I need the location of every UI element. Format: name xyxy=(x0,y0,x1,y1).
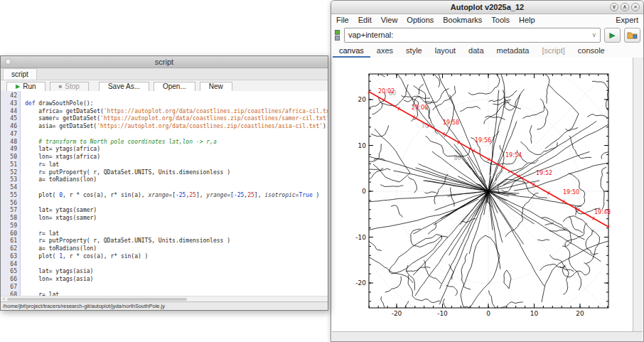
coastline-path xyxy=(488,122,596,192)
folder-icon xyxy=(627,31,638,39)
code-editor[interactable]: 4243444546474849505152535455565758596061… xyxy=(1,91,328,296)
coastline-path xyxy=(484,102,510,124)
coastline-path xyxy=(504,270,511,289)
chevron-down-icon[interactable]: ∨ xyxy=(591,31,596,38)
script-statusbar: /home/jbf/project/tracers/research-git/a… xyxy=(1,301,328,310)
line-number: 44 xyxy=(1,108,17,116)
coastline-path xyxy=(424,192,437,194)
menu-edit[interactable]: Edit xyxy=(358,16,372,24)
tab-canvas[interactable]: canvas xyxy=(333,44,370,58)
menu-view[interactable]: View xyxy=(381,16,398,24)
coastline-path xyxy=(371,63,385,78)
y-tick-label: 20 xyxy=(358,96,367,103)
x-tick-label: 20 xyxy=(576,310,584,317)
desktop: Autoplot v2025a_12 ∨ ∧ × FileEditViewOpt… xyxy=(0,0,644,342)
tab-data[interactable]: data xyxy=(462,44,490,58)
code-line: plot( 0, r * cos(a), r* sin(a), xrange=[… xyxy=(25,192,328,200)
line-number: 63 xyxy=(1,253,17,261)
coastline-path xyxy=(342,199,478,234)
code-line: plot( 1, r * cos(a), r* sin(a) ) xyxy=(25,253,328,261)
coastline-path xyxy=(446,285,458,296)
code-line xyxy=(25,223,328,230)
code-line: a= toRadians(lon) xyxy=(25,245,328,253)
orbit-time-label: 20:02 xyxy=(378,88,395,95)
code-line: r= lat xyxy=(25,230,328,238)
coastline-path xyxy=(468,74,500,95)
coastline-path xyxy=(396,72,483,183)
new-button[interactable]: New xyxy=(200,82,232,92)
coastline-path xyxy=(391,205,402,218)
menu-bookmarks[interactable]: Bookmarks xyxy=(443,16,482,24)
tab-layout[interactable]: layout xyxy=(429,44,462,58)
tab-axes[interactable]: axes xyxy=(370,44,399,58)
menu-help[interactable]: Help xyxy=(519,16,535,24)
coastline-path xyxy=(434,174,448,205)
code-line: samer= getDataSet('https://autoplot.org/… xyxy=(25,115,328,123)
line-number: 67 xyxy=(1,284,17,292)
scrollbar-thumb[interactable] xyxy=(7,298,187,301)
stop-button[interactable]: ■ Stop xyxy=(50,82,89,92)
file-path: /home/jbf/project/tracers/research-git/a… xyxy=(3,303,165,309)
expert-mode-label[interactable]: Expert xyxy=(616,16,638,24)
line-number: 49 xyxy=(1,146,17,154)
coastline-path xyxy=(426,137,471,157)
line-number: 50 xyxy=(1,154,17,161)
coastline-path xyxy=(549,255,569,294)
coastline-path xyxy=(366,252,414,283)
coastline-path xyxy=(503,90,525,111)
coastline-path xyxy=(505,193,539,237)
coastline-path xyxy=(416,168,489,191)
y-tick-label: 0 xyxy=(362,188,366,195)
code-line: a= toRadians(lon) xyxy=(25,176,328,184)
menu-tools[interactable]: Tools xyxy=(491,16,510,24)
menu-options[interactable]: Options xyxy=(407,16,434,24)
plot-canvas[interactable]: 807060-20-100102020100-10-2020:0220:0019… xyxy=(332,58,633,332)
coastline-path xyxy=(542,217,571,246)
code-line: lon= xtags(samer) xyxy=(25,215,328,223)
tab-metadata[interactable]: metadata xyxy=(490,44,536,58)
coastline-path xyxy=(601,167,606,210)
open-button[interactable]: Open... xyxy=(154,82,195,92)
open-local-file-button[interactable] xyxy=(624,28,640,43)
coastline-path xyxy=(522,107,544,119)
code-line: lat= ytags(africa) xyxy=(25,146,328,154)
line-number: 66 xyxy=(1,276,17,284)
script-titlebar[interactable]: script xyxy=(1,56,328,68)
coastline-path xyxy=(489,90,517,101)
maximize-button[interactable]: ∧ xyxy=(621,3,629,11)
window-menu-button[interactable] xyxy=(5,58,11,65)
uri-input[interactable]: vap+internal: ∨ xyxy=(344,28,601,43)
code-line xyxy=(25,92,328,100)
code-line xyxy=(25,284,328,292)
tab-script[interactable]: script xyxy=(3,68,37,80)
line-number: 55 xyxy=(1,192,17,200)
coastline-path xyxy=(496,145,505,181)
tab-console[interactable]: console xyxy=(571,44,611,58)
y-tick-label: -20 xyxy=(355,279,366,287)
tab-style[interactable]: style xyxy=(399,44,429,58)
orbit-time-label: 19:52 xyxy=(536,170,552,176)
line-number: 53 xyxy=(1,176,17,184)
code-text[interactable]: def drawSouthPole(): africa= getDataSet(… xyxy=(21,91,328,296)
coastline-path xyxy=(425,181,488,191)
minimize-button[interactable]: ∨ xyxy=(610,3,618,11)
coastline-path xyxy=(408,275,440,303)
plot[interactable]: 807060-20-100102020100-10-2020:0220:0019… xyxy=(332,58,633,333)
go-button[interactable]: ▶ xyxy=(604,28,621,43)
line-number: 46 xyxy=(1,123,17,131)
line-number: 58 xyxy=(1,215,17,223)
coastline-path xyxy=(488,191,544,286)
autoplot-titlebar[interactable]: Autoplot v2025a_12 ∨ ∧ × xyxy=(331,1,643,14)
line-number: 60 xyxy=(1,230,17,238)
line-number: 47 xyxy=(1,131,17,139)
code-line: lon= xtags(asia) xyxy=(25,276,328,284)
script-window-title: script xyxy=(155,58,173,66)
save-as-button[interactable]: Save As... xyxy=(99,82,149,92)
menu-file[interactable]: File xyxy=(336,16,349,24)
coastline-path xyxy=(439,191,488,304)
close-button[interactable]: × xyxy=(631,3,640,11)
code-line xyxy=(25,184,328,192)
tab-script[interactable]: [script] xyxy=(535,44,571,58)
run-button[interactable]: ▶ Run xyxy=(6,82,45,92)
orbit-time-label: 20:00 xyxy=(412,105,428,111)
